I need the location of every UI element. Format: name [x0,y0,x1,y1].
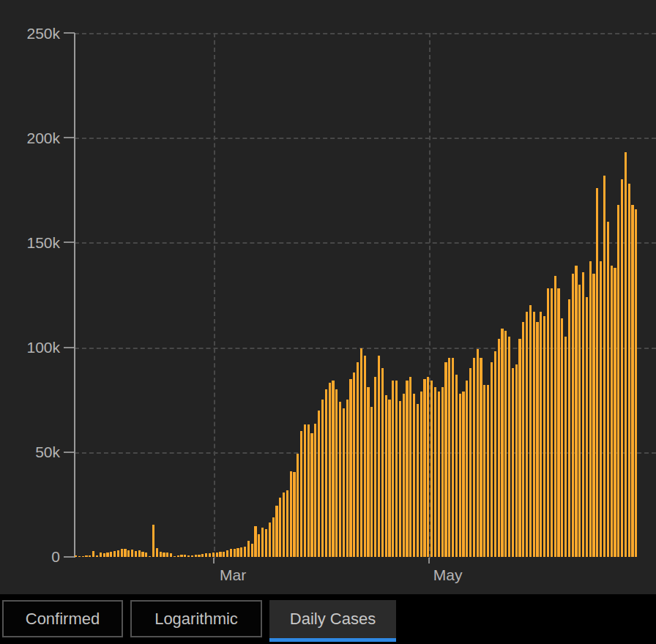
daily-cases-bar[interactable] [529,305,532,557]
daily-cases-bar[interactable] [423,379,425,557]
daily-cases-bar[interactable] [596,188,598,557]
daily-cases-bar[interactable] [349,379,351,557]
daily-cases-bar[interactable] [187,555,190,557]
daily-cases-bar[interactable] [145,553,147,557]
daily-cases-bar[interactable] [628,184,630,557]
daily-cases-bar[interactable] [518,339,521,557]
daily-cases-bar[interactable] [441,387,444,557]
daily-cases-bar[interactable] [310,433,313,557]
daily-cases-bar[interactable] [578,285,581,557]
daily-cases-bar[interactable] [403,394,405,557]
daily-cases-bar[interactable] [223,552,225,557]
daily-cases-bar[interactable] [547,288,549,557]
daily-cases-bar[interactable] [378,356,380,557]
daily-cases-bar[interactable] [346,400,348,557]
daily-cases-bar[interactable] [286,490,288,557]
daily-cases-bar[interactable] [265,529,267,557]
daily-cases-bar[interactable] [370,407,373,557]
daily-cases-bar[interactable] [477,349,479,557]
daily-cases-bar[interactable] [290,471,292,557]
daily-cases-bar[interactable] [321,400,324,557]
daily-cases-bar[interactable] [329,383,331,557]
bar-series[interactable] [75,33,639,557]
daily-cases-bar[interactable] [195,555,197,557]
daily-cases-bar[interactable] [395,381,398,557]
daily-cases-bar[interactable] [466,381,468,557]
tab-confirmed[interactable]: Confirmed [2,600,123,637]
daily-cases-bar[interactable] [607,222,609,557]
daily-cases-bar[interactable] [533,312,535,557]
daily-cases-bar[interactable] [526,312,528,557]
daily-cases-bar[interactable] [261,528,264,557]
daily-cases-bar[interactable] [600,261,602,557]
daily-cases-bar[interactable] [205,553,207,557]
daily-cases-bar[interactable] [430,381,433,557]
daily-cases-bar[interactable] [444,362,447,557]
daily-cases-bar[interactable] [85,555,87,557]
daily-cases-bar[interactable] [201,554,204,557]
daily-cases-bar[interactable] [254,526,256,557]
daily-cases-bar[interactable] [212,553,215,557]
daily-cases-bar[interactable] [385,395,387,557]
daily-cases-bar[interactable] [335,389,338,557]
daily-cases-bar[interactable] [625,152,627,557]
daily-cases-bar[interactable] [198,555,200,557]
daily-cases-bar[interactable] [332,381,334,557]
daily-cases-bar[interactable] [180,555,182,557]
daily-cases-bar[interactable] [106,553,108,557]
daily-cases-bar[interactable] [459,394,461,557]
daily-cases-bar[interactable] [367,387,369,557]
daily-cases-bar[interactable] [247,541,250,557]
daily-cases-bar[interactable] [413,394,415,557]
daily-cases-bar[interactable] [293,472,295,557]
daily-cases-bar[interactable] [219,552,221,557]
daily-cases-bar[interactable] [78,556,81,557]
daily-cases-bar[interactable] [174,556,176,557]
daily-cases-bar[interactable] [483,385,485,557]
daily-cases-bar[interactable] [272,517,275,557]
daily-cases-bar[interactable] [308,424,310,557]
daily-cases-bar[interactable] [149,556,151,557]
daily-cases-bar[interactable] [110,552,112,557]
daily-cases-bar[interactable] [89,555,91,557]
daily-cases-bar[interactable] [543,316,545,557]
daily-cases-bar[interactable] [614,268,616,557]
daily-cases-bar[interactable] [480,358,482,557]
daily-cases-bar[interactable] [117,550,119,557]
daily-cases-bar[interactable] [554,276,556,557]
tab-logarithmic[interactable]: Logarithmic [130,600,262,637]
daily-cases-bar[interactable] [124,549,126,557]
daily-cases-bar[interactable] [434,387,436,557]
daily-cases-bar[interactable] [388,400,390,557]
daily-cases-bar[interactable] [230,549,232,557]
daily-cases-bar[interactable] [113,551,116,557]
daily-cases-bar[interactable] [275,506,277,557]
daily-cases-bar[interactable] [635,209,637,557]
daily-cases-bar[interactable] [209,553,211,557]
daily-cases-bar[interactable] [103,553,105,557]
daily-cases-bar[interactable] [406,381,408,557]
daily-cases-bar[interactable] [279,498,281,557]
daily-cases-bar[interactable] [156,548,158,557]
daily-cases-bar[interactable] [448,358,450,557]
daily-cases-bar[interactable] [582,272,584,558]
daily-cases-bar[interactable] [96,555,98,557]
daily-cases-bar[interactable] [121,549,123,557]
daily-cases-bar[interactable] [603,176,605,557]
daily-cases-bar[interactable] [177,555,179,557]
daily-cases-bar[interactable] [631,205,633,557]
daily-cases-bar[interactable] [251,544,253,557]
daily-cases-bar[interactable] [504,331,507,557]
daily-cases-bar[interactable] [409,377,411,557]
daily-cases-bar[interactable] [586,297,588,557]
daily-cases-bar[interactable] [141,552,144,557]
daily-cases-bar[interactable] [357,362,359,557]
daily-cases-bar[interactable] [564,337,567,557]
daily-cases-bar[interactable] [152,525,154,557]
daily-cases-bar[interactable] [353,372,355,557]
daily-cases-bar[interactable] [364,356,366,557]
daily-cases-bar[interactable] [131,550,133,557]
daily-cases-bar[interactable] [452,358,454,557]
daily-cases-bar[interactable] [191,555,193,557]
daily-cases-bar[interactable] [82,556,84,557]
